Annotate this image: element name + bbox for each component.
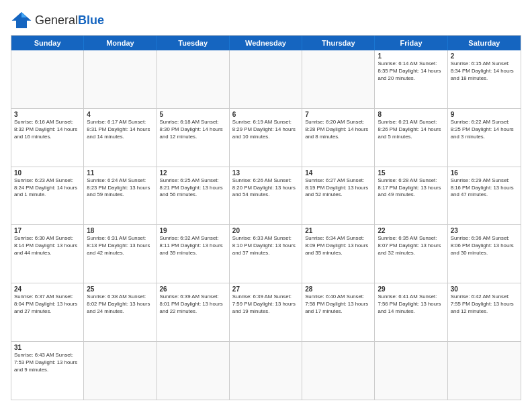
day-info: Sunrise: 6:30 AM Sunset: 8:14 PM Dayligh… [14,235,81,257]
calendar-day-17: 17Sunrise: 6:30 AM Sunset: 8:14 PM Dayli… [11,225,84,283]
day-number: 17 [14,227,81,234]
calendar-day-empty [302,342,375,400]
day-info: Sunrise: 6:20 AM Sunset: 8:28 PM Dayligh… [305,119,371,141]
calendar-day-7: 7Sunrise: 6:20 AM Sunset: 8:28 PM Daylig… [302,109,375,167]
day-info: Sunrise: 6:26 AM Sunset: 8:20 PM Dayligh… [232,177,299,199]
calendar-day-19: 19Sunrise: 6:32 AM Sunset: 8:11 PM Dayli… [157,225,230,283]
calendar-day-empty [11,50,84,108]
calendar-day-26: 26Sunrise: 6:39 AM Sunset: 8:01 PM Dayli… [157,283,230,341]
calendar-day-empty [302,50,375,108]
calendar-day-21: 21Sunrise: 6:34 AM Sunset: 8:09 PM Dayli… [302,225,375,283]
calendar-day-31: 31Sunrise: 6:43 AM Sunset: 7:53 PM Dayli… [11,342,84,400]
calendar-day-29: 29Sunrise: 6:41 AM Sunset: 7:56 PM Dayli… [375,283,447,341]
day-info: Sunrise: 6:41 AM Sunset: 7:56 PM Dayligh… [378,293,444,316]
calendar-weekday-friday: Friday [375,36,447,50]
calendar-day-4: 4Sunrise: 6:17 AM Sunset: 8:31 PM Daylig… [84,109,157,167]
day-number: 16 [451,169,518,177]
calendar: SundayMondayTuesdayWednesdayThursdayFrid… [11,35,521,400]
day-number: 18 [87,227,153,234]
day-number: 10 [14,169,81,177]
day-info: Sunrise: 6:40 AM Sunset: 7:58 PM Dayligh… [305,293,371,316]
calendar-day-16: 16Sunrise: 6:29 AM Sunset: 8:16 PM Dayli… [448,167,521,225]
calendar-week-4: 17Sunrise: 6:30 AM Sunset: 8:14 PM Dayli… [11,225,521,283]
calendar-day-14: 14Sunrise: 6:27 AM Sunset: 8:19 PM Dayli… [302,167,375,225]
day-number: 14 [305,169,371,177]
day-number: 9 [451,111,518,118]
calendar-day-8: 8Sunrise: 6:21 AM Sunset: 8:26 PM Daylig… [375,109,447,167]
calendar-day-empty [375,342,447,400]
day-info: Sunrise: 6:14 AM Sunset: 8:35 PM Dayligh… [378,60,444,83]
calendar-day-27: 27Sunrise: 6:39 AM Sunset: 7:59 PM Dayli… [230,283,302,341]
calendar-day-empty [157,50,230,108]
calendar-day-25: 25Sunrise: 6:38 AM Sunset: 8:02 PM Dayli… [84,283,157,341]
calendar-weekday-thursday: Thursday [302,36,375,50]
day-info: Sunrise: 6:42 AM Sunset: 7:55 PM Dayligh… [451,293,518,316]
calendar-week-6: 31Sunrise: 6:43 AM Sunset: 7:53 PM Dayli… [11,342,521,400]
day-number: 21 [305,227,371,234]
day-number: 26 [160,285,226,293]
calendar-header-row: SundayMondayTuesdayWednesdayThursdayFrid… [11,36,521,50]
calendar-day-30: 30Sunrise: 6:42 AM Sunset: 7:55 PM Dayli… [448,283,521,341]
day-number: 30 [451,285,518,293]
day-number: 11 [87,169,153,177]
calendar-day-empty [157,342,230,400]
day-number: 15 [378,169,444,177]
logo-text: GeneralBlue [35,13,104,28]
day-number: 3 [14,111,81,118]
calendar-body: 1Sunrise: 6:14 AM Sunset: 8:35 PM Daylig… [11,50,521,400]
calendar-day-empty [84,50,157,108]
calendar-day-22: 22Sunrise: 6:35 AM Sunset: 8:07 PM Dayli… [375,225,447,283]
day-info: Sunrise: 6:15 AM Sunset: 8:34 PM Dayligh… [451,60,518,83]
day-number: 8 [378,111,444,118]
day-info: Sunrise: 6:16 AM Sunset: 8:32 PM Dayligh… [14,119,81,141]
calendar-day-20: 20Sunrise: 6:33 AM Sunset: 8:10 PM Dayli… [230,225,302,283]
day-number: 13 [232,169,299,177]
calendar-day-5: 5Sunrise: 6:18 AM Sunset: 8:30 PM Daylig… [157,109,230,167]
day-number: 4 [87,111,153,118]
calendar-day-empty [230,50,302,108]
day-number: 12 [160,169,226,177]
day-info: Sunrise: 6:32 AM Sunset: 8:11 PM Dayligh… [160,235,226,257]
calendar-day-18: 18Sunrise: 6:31 AM Sunset: 8:13 PM Dayli… [84,225,157,283]
day-info: Sunrise: 6:27 AM Sunset: 8:19 PM Dayligh… [305,177,371,199]
calendar-day-10: 10Sunrise: 6:23 AM Sunset: 8:24 PM Dayli… [11,167,84,225]
day-number: 28 [305,285,371,293]
day-info: Sunrise: 6:35 AM Sunset: 8:07 PM Dayligh… [378,235,444,257]
svg-marker-1 [21,12,27,17]
day-info: Sunrise: 6:39 AM Sunset: 7:59 PM Dayligh… [232,293,299,316]
calendar-day-12: 12Sunrise: 6:25 AM Sunset: 8:21 PM Dayli… [157,167,230,225]
calendar-weekday-wednesday: Wednesday [230,36,302,50]
day-info: Sunrise: 6:37 AM Sunset: 8:04 PM Dayligh… [14,293,81,316]
day-info: Sunrise: 6:23 AM Sunset: 8:24 PM Dayligh… [14,177,81,199]
day-info: Sunrise: 6:17 AM Sunset: 8:31 PM Dayligh… [87,119,153,141]
header: GeneralBlue [11,11,521,30]
day-number: 5 [160,111,226,118]
day-info: Sunrise: 6:24 AM Sunset: 8:23 PM Dayligh… [87,177,153,199]
calendar-day-3: 3Sunrise: 6:16 AM Sunset: 8:32 PM Daylig… [11,109,84,167]
day-info: Sunrise: 6:36 AM Sunset: 8:06 PM Dayligh… [451,235,518,257]
day-info: Sunrise: 6:25 AM Sunset: 8:21 PM Dayligh… [160,177,226,199]
day-number: 6 [232,111,299,118]
logo-icon [11,11,32,30]
day-info: Sunrise: 6:43 AM Sunset: 7:53 PM Dayligh… [14,352,81,374]
day-number: 2 [451,52,518,60]
calendar-week-3: 10Sunrise: 6:23 AM Sunset: 8:24 PM Dayli… [11,167,521,226]
calendar-week-1: 1Sunrise: 6:14 AM Sunset: 8:35 PM Daylig… [11,50,521,109]
calendar-day-13: 13Sunrise: 6:26 AM Sunset: 8:20 PM Dayli… [230,167,302,225]
day-info: Sunrise: 6:22 AM Sunset: 8:25 PM Dayligh… [451,119,518,141]
day-info: Sunrise: 6:38 AM Sunset: 8:02 PM Dayligh… [87,293,153,316]
calendar-weekday-sunday: Sunday [11,36,84,50]
calendar-day-9: 9Sunrise: 6:22 AM Sunset: 8:25 PM Daylig… [448,109,521,167]
day-number: 20 [232,227,299,234]
day-info: Sunrise: 6:29 AM Sunset: 8:16 PM Dayligh… [451,177,518,199]
logo: GeneralBlue [11,11,104,30]
day-number: 27 [232,285,299,293]
calendar-day-24: 24Sunrise: 6:37 AM Sunset: 8:04 PM Dayli… [11,283,84,341]
day-number: 23 [451,227,518,234]
day-number: 1 [378,52,444,60]
day-number: 25 [87,285,153,293]
calendar-day-23: 23Sunrise: 6:36 AM Sunset: 8:06 PM Dayli… [448,225,521,283]
day-number: 24 [14,285,81,293]
calendar-weekday-saturday: Saturday [448,36,521,50]
calendar-day-6: 6Sunrise: 6:19 AM Sunset: 8:29 PM Daylig… [230,109,302,167]
